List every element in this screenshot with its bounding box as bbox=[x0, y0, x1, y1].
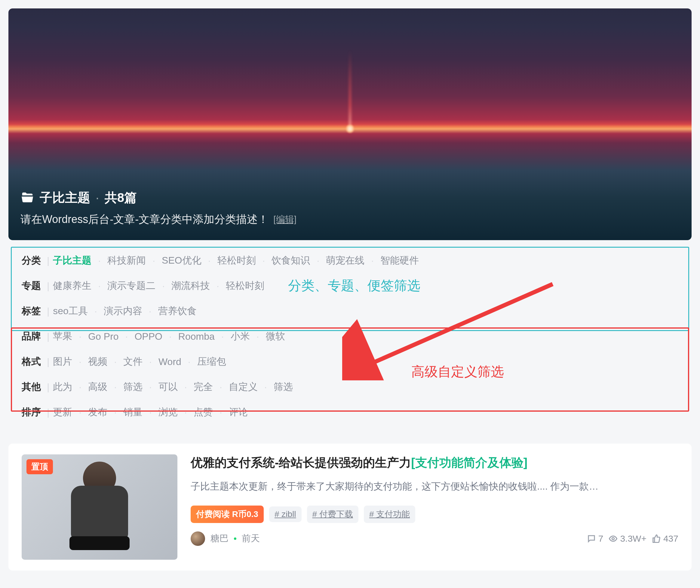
article-tag[interactable]: # zibll bbox=[269, 506, 302, 522]
option-separator: · bbox=[79, 382, 81, 393]
filter-option[interactable]: Word bbox=[158, 356, 181, 368]
filter-option[interactable]: 轻松时刻 bbox=[217, 254, 256, 267]
option-separator: · bbox=[149, 407, 152, 418]
filter-option[interactable]: 营养饮食 bbox=[158, 305, 197, 318]
article-title-highlight: [支付功能简介及体验] bbox=[411, 456, 527, 469]
filter-option[interactable]: 筛选 bbox=[274, 380, 293, 394]
filter-option[interactable]: 子比主题 bbox=[53, 254, 91, 267]
filter-row-其他: 其他|此为·高级·筛选·可以·完全·自定义·筛选 bbox=[22, 374, 678, 400]
filter-label: 格式 bbox=[22, 355, 41, 368]
option-separator: · bbox=[317, 255, 319, 266]
option-separator: · bbox=[152, 255, 155, 266]
filter-option[interactable]: 完全 bbox=[194, 380, 213, 394]
price-badge[interactable]: 付费阅读 R币0.3 bbox=[191, 506, 264, 523]
filter-option[interactable]: 文件 bbox=[123, 355, 143, 368]
option-separator: · bbox=[184, 382, 187, 393]
filter-option[interactable]: 微软 bbox=[266, 330, 285, 343]
filter-option[interactable]: 潮流科技 bbox=[171, 279, 210, 292]
option-separator: · bbox=[220, 407, 222, 418]
filter-option[interactable]: 智能硬件 bbox=[380, 254, 419, 267]
filter-option[interactable]: 浏览 bbox=[158, 406, 178, 419]
filter-row-标签: 标签|seo工具·演示内容·营养饮食 bbox=[22, 299, 678, 324]
option-separator: · bbox=[149, 382, 152, 393]
option-separator: · bbox=[125, 331, 128, 342]
filter-option[interactable]: 高级 bbox=[88, 380, 107, 394]
option-separator: · bbox=[98, 280, 101, 291]
edit-link[interactable]: [编辑] bbox=[273, 213, 296, 226]
filter-option[interactable]: 此为 bbox=[53, 380, 72, 394]
article-tag[interactable]: # 支付功能 bbox=[364, 506, 415, 523]
category-count: 共8篇 bbox=[105, 189, 137, 206]
article-title[interactable]: 优雅的支付系统-给站长提供强劲的生产力[支付功能简介及体验] bbox=[191, 454, 678, 471]
comments-stat[interactable]: 7 bbox=[587, 534, 603, 544]
folder-open-icon bbox=[20, 191, 34, 205]
filter-option[interactable]: 饮食知识 bbox=[272, 254, 310, 267]
filter-option[interactable]: 苹果 bbox=[53, 330, 72, 343]
filter-option[interactable]: Go Pro bbox=[88, 331, 118, 342]
option-separator: · bbox=[79, 331, 81, 342]
article-card[interactable]: 置顶 优雅的支付系统-给站长提供强劲的生产力[支付功能简介及体验] 子比主题本次… bbox=[8, 444, 692, 571]
option-separator: · bbox=[208, 255, 211, 266]
thumbs-up-icon bbox=[652, 534, 661, 543]
filter-option[interactable]: OPPO bbox=[134, 331, 162, 342]
article-thumbnail[interactable]: 置顶 bbox=[22, 454, 177, 560]
filter-option[interactable]: Roomba bbox=[178, 331, 215, 342]
filter-option[interactable]: 可以 bbox=[158, 380, 178, 394]
filter-option[interactable]: 演示专题二 bbox=[107, 279, 155, 292]
category-title: 子比主题 bbox=[40, 189, 90, 206]
option-separator: · bbox=[184, 407, 187, 418]
filter-option[interactable]: 压缩包 bbox=[197, 355, 226, 368]
filter-label: 专题 bbox=[22, 279, 41, 292]
publish-date: 前天 bbox=[242, 532, 260, 545]
filter-option[interactable]: 科技新闻 bbox=[107, 254, 146, 267]
filter-option[interactable]: 点赞 bbox=[194, 406, 213, 419]
option-separator: · bbox=[94, 306, 97, 317]
filter-divider: | bbox=[47, 255, 49, 266]
comments-count: 7 bbox=[598, 534, 603, 544]
option-separator: · bbox=[114, 407, 117, 418]
filter-option[interactable]: 评论 bbox=[229, 406, 248, 419]
option-separator: · bbox=[149, 306, 152, 317]
filter-option[interactable]: 发布 bbox=[88, 406, 107, 419]
article-tag[interactable]: # 付费下载 bbox=[307, 506, 358, 523]
filter-option[interactable]: 健康养生 bbox=[53, 279, 91, 292]
filter-option[interactable]: 小米 bbox=[231, 330, 250, 343]
avatar[interactable] bbox=[191, 531, 205, 546]
eye-icon bbox=[609, 534, 618, 543]
option-separator: · bbox=[162, 280, 165, 291]
filter-option[interactable]: 自定义 bbox=[229, 380, 258, 394]
option-separator: · bbox=[79, 356, 81, 368]
views-stat[interactable]: 3.3W+ bbox=[609, 534, 646, 544]
filter-option[interactable]: 更新 bbox=[53, 406, 72, 419]
option-separator: · bbox=[256, 331, 259, 342]
article-content: 优雅的支付系统-给站长提供强劲的生产力[支付功能简介及体验] 子比主题本次更新，… bbox=[191, 454, 678, 560]
filter-option[interactable]: 萌宠在线 bbox=[326, 254, 364, 267]
filter-divider: | bbox=[47, 306, 49, 317]
option-separator: · bbox=[149, 356, 152, 368]
filter-label: 品牌 bbox=[22, 330, 41, 343]
views-count: 3.3W+ bbox=[620, 534, 646, 544]
filter-label: 其他 bbox=[22, 380, 41, 394]
filter-option[interactable]: 视频 bbox=[88, 355, 107, 368]
filter-panel: 分类、专题、便签筛选 高级自定义筛选 分类|子比主题·科技新闻·SEO优化·轻松… bbox=[8, 248, 692, 432]
author-name[interactable]: 糖巴 bbox=[210, 532, 229, 545]
filter-option[interactable]: 销量 bbox=[123, 406, 143, 419]
pin-badge: 置顶 bbox=[26, 459, 53, 474]
filter-option[interactable]: seo工具 bbox=[53, 305, 88, 318]
filter-row-品牌: 品牌|苹果·Go Pro·OPPO·Roomba·小米·微软 bbox=[22, 324, 678, 349]
online-status-icon bbox=[234, 537, 236, 540]
filter-option[interactable]: 轻松时刻 bbox=[226, 279, 264, 292]
filter-option[interactable]: SEO优化 bbox=[162, 254, 201, 267]
filter-divider: | bbox=[47, 407, 49, 418]
option-separator: · bbox=[264, 382, 267, 393]
filter-row-分类: 分类|子比主题·科技新闻·SEO优化·轻松时刻·饮食知识·萌宠在线·智能硬件 bbox=[22, 248, 678, 273]
option-separator: · bbox=[221, 331, 224, 342]
filter-option[interactable]: 图片 bbox=[53, 355, 72, 368]
filter-option[interactable]: 演示内容 bbox=[104, 305, 142, 318]
option-separator: · bbox=[114, 382, 117, 393]
option-separator: · bbox=[79, 407, 81, 418]
filter-option[interactable]: 筛选 bbox=[123, 380, 143, 394]
filter-divider: | bbox=[47, 280, 49, 291]
category-header: 子比主题 · 共8篇 bbox=[20, 189, 680, 206]
likes-stat[interactable]: 437 bbox=[652, 534, 678, 544]
